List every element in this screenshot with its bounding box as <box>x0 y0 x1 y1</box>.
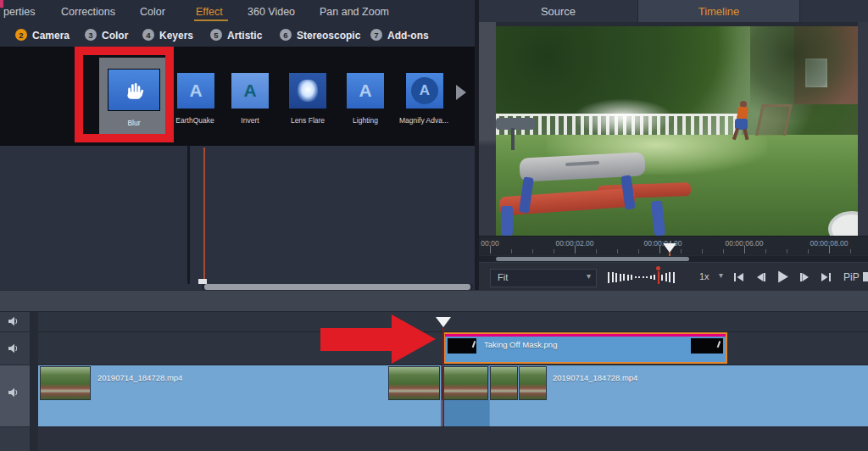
video-clip-2-label: 20190714_184728.mp4 <box>553 373 637 382</box>
effect-magnify-label: Magnify Adva... <box>392 116 456 125</box>
effect-magnify-glyph: A <box>420 82 430 99</box>
preview-tab-source[interactable]: Source <box>479 0 638 22</box>
effect-earthquake-label: EarthQuake <box>165 116 225 125</box>
timeline-playhead-line[interactable] <box>442 328 444 426</box>
effect-invert-glyph: A <box>243 81 256 101</box>
video-editor-window: perties Corrections Color Effect 360 Vid… <box>0 0 868 451</box>
pip-button[interactable]: PiP <box>843 271 860 283</box>
timeline-toolbar: ♪ ∫ T T≡ ▾ <box>0 290 868 312</box>
category-keyers[interactable]: Keyers <box>159 30 193 42</box>
fullscreen-button-partial[interactable] <box>863 272 868 281</box>
picnic-leg-3 <box>501 206 513 236</box>
track-1-audio-icon[interactable] <box>8 316 19 326</box>
shuttle-marker-dot <box>656 266 660 270</box>
overlay-clip-thumb-start <box>448 338 476 354</box>
preview-tab-timeline[interactable]: Timeline <box>638 0 800 22</box>
effect-earthquake[interactable]: A <box>176 72 215 109</box>
preview-gutter-left <box>479 22 496 236</box>
category-addons[interactable]: Add-ons <box>387 30 429 42</box>
go-to-start-button[interactable] <box>733 271 745 283</box>
tab-effect-underline <box>194 19 228 21</box>
video-clip-1-label: 20190714_184728.mp4 <box>97 373 182 382</box>
effect-lighting[interactable]: A <box>346 72 385 109</box>
effects-strip: Blur A EarthQuake A Invert Lens Flare A … <box>0 47 475 146</box>
video-clip-1-thumb-end <box>388 366 440 400</box>
annotation-red-arrow-shaft <box>320 328 392 351</box>
overlay-clip-top-stripe <box>445 334 726 337</box>
go-to-end-button[interactable] <box>820 271 832 283</box>
keyframe-playhead-line[interactable] <box>203 148 205 281</box>
tab-360-video[interactable]: 360 Video <box>248 6 295 18</box>
category-artistic[interactable]: Artistic <box>227 30 262 42</box>
speed-caret-icon[interactable]: ▾ <box>719 271 723 280</box>
step-back-button[interactable] <box>754 271 766 283</box>
annotation-corner-sliver <box>0 0 3 8</box>
track-header-1[interactable] <box>0 312 30 332</box>
preview-scrollbar[interactable] <box>479 256 868 262</box>
fit-dropdown[interactable]: Fit ▾ <box>490 269 597 287</box>
ruler-label-3: 00:00:06.00 <box>726 239 764 248</box>
track-header-4[interactable] <box>0 427 30 451</box>
effect-lens-flare-label: Lens Flare <box>278 116 337 125</box>
effect-invert-label: Invert <box>220 116 280 125</box>
overlay-clip[interactable]: Taking Off Mask.png <box>443 332 727 364</box>
category-badge-artistic: 5 <box>210 29 222 41</box>
effect-invert[interactable]: A <box>231 72 270 109</box>
overlay-clip-thumb-end <box>691 338 723 354</box>
step-forward-button[interactable] <box>799 271 811 283</box>
preview-tabbar: Source Timeline <box>479 0 868 22</box>
editor-menubar: perties Corrections Color Effect 360 Vid… <box>0 0 479 24</box>
overlay-clip-label: Taking Off Mask.png <box>484 340 557 349</box>
patio-table <box>496 118 535 130</box>
speed-value[interactable]: 1x <box>699 271 709 281</box>
effect-earthquake-glyph: A <box>189 81 202 101</box>
video-preview[interactable] <box>496 26 858 236</box>
effect-editor-panel <box>0 146 475 290</box>
play-button[interactable] <box>776 270 790 284</box>
tab-corrections[interactable]: Corrections <box>61 6 115 18</box>
category-badge-addons: 7 <box>370 29 382 41</box>
effect-category-bar: 2 Camera 3 Color 4 Keyers 5 Artistic 6 S… <box>0 24 479 47</box>
preview-scrollbar-thumb[interactable] <box>496 257 689 261</box>
preview-tab-timeline-label: Timeline <box>698 5 740 18</box>
effects-scroll-right-icon[interactable] <box>456 85 466 100</box>
effect-lighting-label: Lighting <box>336 116 395 125</box>
tab-effect[interactable]: Effect <box>196 6 223 18</box>
effect-lens-flare[interactable] <box>288 72 327 109</box>
shuttle-control[interactable] <box>608 269 689 286</box>
category-badge-keyers: 4 <box>142 29 154 41</box>
annotation-red-arrow-head <box>392 315 436 364</box>
tab-properties[interactable]: perties <box>3 6 36 18</box>
overlay-thumb-cursor-icon-2 <box>716 341 720 348</box>
annotation-red-rectangle <box>75 47 174 142</box>
panel-hscrollbar-thumb[interactable] <box>204 284 470 290</box>
ruler-label-1: 00:00:02.00 <box>556 239 594 248</box>
shuttle-marker <box>658 271 659 284</box>
track-header-2[interactable] <box>0 332 30 365</box>
ruler-label-4: 00:00:08.00 <box>810 239 849 248</box>
category-camera[interactable]: Camera <box>32 30 70 42</box>
panel-divider <box>187 146 190 284</box>
category-badge-stereoscopic: 6 <box>280 29 292 41</box>
track-header-3-selected[interactable] <box>0 365 30 427</box>
track-2-audio-icon[interactable] <box>8 343 19 354</box>
tab-pan-and-zoom[interactable]: Pan and Zoom <box>320 6 389 18</box>
effect-magnify[interactable]: A <box>405 72 444 109</box>
preview-panel: Source Timeline <box>479 0 868 290</box>
patio-table-leg <box>511 128 515 150</box>
panel-hscrollbar[interactable] <box>202 284 473 290</box>
timeline-playhead-icon[interactable] <box>436 317 451 327</box>
effect-lighting-glyph: A <box>359 81 371 101</box>
cut-segment-thumb <box>442 366 488 400</box>
lens-flare-glow <box>298 80 318 102</box>
track-row-1[interactable] <box>38 312 868 332</box>
tab-color[interactable]: Color <box>140 6 165 18</box>
transport-bar: Fit ▾ 1x ▾ PiP <box>479 262 868 291</box>
video-clip-2-thumb-a <box>490 366 518 400</box>
track-3-audio-icon[interactable] <box>8 387 19 398</box>
track-row-4[interactable] <box>38 427 868 451</box>
category-color[interactable]: Color <box>102 30 128 42</box>
fence-glare <box>572 98 674 136</box>
category-stereoscopic[interactable]: Stereoscopic <box>297 30 360 42</box>
fit-caret-icon: ▾ <box>587 272 591 281</box>
